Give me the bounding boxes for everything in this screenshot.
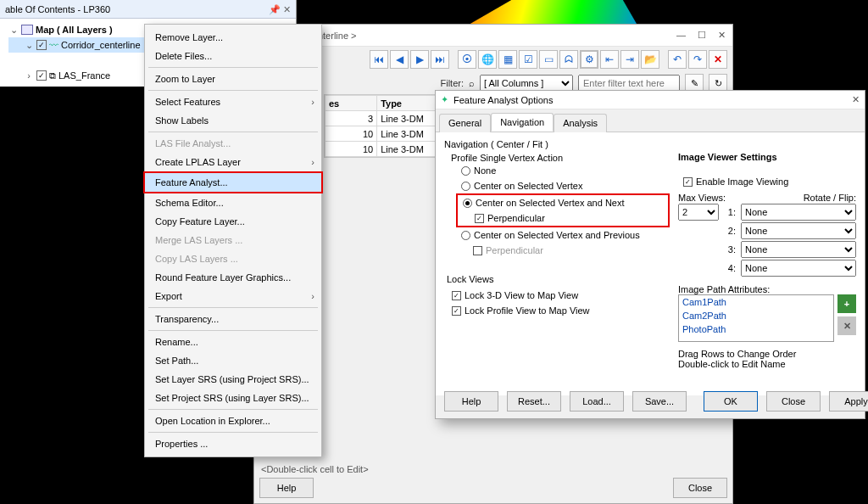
maxviews-select[interactable]: 2 xyxy=(678,204,719,221)
ctx-zoom-to-layer[interactable]: Zoom to Layer xyxy=(145,70,321,88)
save-button[interactable]: Save... xyxy=(632,391,687,412)
ivs-header: Image Viewer Settings xyxy=(678,152,856,162)
import-icon[interactable]: ⇤ xyxy=(600,50,619,69)
options-body: Navigation ( Center / Fit ) Profile Sing… xyxy=(436,132,865,395)
ctx-schema-editor[interactable]: Schema Editor... xyxy=(145,193,321,212)
close-button[interactable]: Close xyxy=(766,391,821,412)
redo-icon[interactable]: ↷ xyxy=(688,50,707,69)
apply-button[interactable]: Apply xyxy=(829,391,868,412)
delete-icon[interactable]: ✕ xyxy=(709,50,727,69)
ctx-open-location[interactable]: Open Location in Explorer... xyxy=(145,412,321,430)
ctx-delete-files[interactable]: Delete Files... xyxy=(145,47,321,65)
nav-next-icon[interactable]: ▶ xyxy=(410,50,429,69)
separator xyxy=(148,132,318,132)
nav-header: Navigation ( Center / Fit ) xyxy=(444,139,670,149)
ctx-set-project-srs[interactable]: Set Project SRS (using Layer SRS)... xyxy=(145,389,321,407)
flip-2-select[interactable]: None xyxy=(741,222,856,239)
ctx-create-lplas[interactable]: Create LPLAS Layer xyxy=(145,153,321,171)
chk-perpendicular-next[interactable]: Perpendicular xyxy=(458,210,668,226)
help-button[interactable]: Help xyxy=(259,478,314,498)
ctx-set-layer-srs[interactable]: Set Layer SRS (using Project SRS)... xyxy=(145,370,321,389)
layer-label: LAS_France xyxy=(58,70,110,81)
undo-icon[interactable]: ↶ xyxy=(668,50,687,69)
edit-hint: <Double-click cell to Edit> xyxy=(261,464,369,474)
radio-center-vertex-next[interactable]: Center on Selected Vertex and Next xyxy=(458,195,668,210)
help-button[interactable]: Help xyxy=(444,391,498,412)
ctx-remove-layer[interactable]: Remove Layer... xyxy=(145,28,321,47)
radio-center-vertex-prev[interactable]: Center on Selected Vertex and Previous xyxy=(444,227,670,243)
ctx-export[interactable]: Export xyxy=(145,287,321,305)
reset-button[interactable]: Reset... xyxy=(507,391,561,412)
ok-button[interactable]: OK xyxy=(704,391,758,412)
separator xyxy=(148,67,318,68)
expander-icon[interactable]: ⌄ xyxy=(24,40,34,51)
options-tabs: General Navigation Analysis xyxy=(436,109,865,132)
globe-icon[interactable]: 🌐 xyxy=(478,50,497,69)
pin-icon[interactable]: 📌 ✕ xyxy=(269,0,291,18)
load-button[interactable]: Load... xyxy=(570,391,624,412)
ctx-round-graphics[interactable]: Round Feature Layer Graphics... xyxy=(145,268,321,287)
flip-4-select[interactable]: None xyxy=(741,260,856,277)
remove-path-button[interactable]: ✕ xyxy=(837,316,856,335)
line-layer-icon: 〰 xyxy=(49,40,58,50)
grid-icon[interactable]: ▦ xyxy=(498,50,517,69)
nav-prev-icon[interactable]: ◀ xyxy=(390,50,409,69)
options-footer: Help Reset... Load... Save... OK Close A… xyxy=(444,391,856,412)
minimize-icon[interactable]: ― xyxy=(676,30,686,41)
open-icon[interactable]: 📂 xyxy=(641,50,659,69)
filter-column-select[interactable]: [ All Columns ] xyxy=(480,75,573,92)
ctx-set-path[interactable]: Set Path... xyxy=(145,351,321,370)
chk-enable-image-viewing[interactable]: Enable Image Viewing xyxy=(678,174,856,189)
add-path-button[interactable]: + xyxy=(837,294,856,313)
vertices-titlebar: < Corridor_centerline > ― ☐ ✕ xyxy=(254,25,732,47)
feature-analyst-options-dialog: ✦ Feature Analyst Options ✕ General Navi… xyxy=(435,90,865,419)
radio-center-vertex[interactable]: Center on Selected Vertex xyxy=(444,178,670,193)
list-item[interactable]: PhotoPath xyxy=(679,322,833,336)
checkbox-icon[interactable] xyxy=(36,40,47,50)
root-label: Map ( All Layers ) xyxy=(36,25,113,35)
ctx-rename[interactable]: Rename... xyxy=(145,333,321,351)
ctx-copy-feature-layer[interactable]: Copy Feature Layer... xyxy=(145,212,321,231)
expander-icon[interactable]: › xyxy=(24,70,34,81)
separator xyxy=(148,90,318,91)
layer-context-menu: Remove Layer... Delete Files... Zoom to … xyxy=(144,24,322,457)
ctx-properties[interactable]: Properties ... xyxy=(145,434,321,453)
export-icon[interactable]: ⇥ xyxy=(620,50,639,69)
nav-last-icon[interactable]: ⏭ xyxy=(431,50,449,69)
chk-lock-3d[interactable]: Lock 3-D View to Map View xyxy=(447,288,620,303)
options-button[interactable]: ⚙ xyxy=(580,50,598,69)
ctx-select-features[interactable]: Select Features xyxy=(145,92,321,111)
target-icon[interactable]: ⦿ xyxy=(458,50,476,69)
close-button[interactable]: Close xyxy=(673,478,727,498)
ctx-show-labels[interactable]: Show Labels xyxy=(145,111,321,130)
chk-lock-profile[interactable]: Lock Profile View to Map View xyxy=(447,303,620,318)
person-icon[interactable]: ᗣ xyxy=(559,50,578,69)
checkbox-icon[interactable] xyxy=(36,70,47,81)
expander-icon[interactable]: ⌄ xyxy=(8,25,19,36)
path-attributes-list[interactable]: Cam1Path Cam2Path PhotoPath xyxy=(678,294,834,342)
tab-analysis[interactable]: Analysis xyxy=(554,114,607,132)
maximize-icon[interactable]: ☐ xyxy=(698,30,706,41)
filter-text-input[interactable] xyxy=(578,75,680,92)
flip-1-select[interactable]: None xyxy=(741,204,856,221)
list-item[interactable]: Cam2Path xyxy=(679,309,833,322)
ctx-feature-analyst[interactable]: Feature Analyst... xyxy=(145,173,321,192)
radio-none[interactable]: None xyxy=(444,163,670,178)
ctx-las-file-analyst: LAS File Analyst... xyxy=(145,134,321,153)
nav-first-icon[interactable]: ⏮ xyxy=(370,50,388,69)
tab-navigation[interactable]: Navigation xyxy=(491,113,554,132)
filter-funnel-icon[interactable]: ⌕ xyxy=(469,78,475,88)
window-icon[interactable]: ▭ xyxy=(539,50,558,69)
ctx-transparency[interactable]: Transparency... xyxy=(145,310,321,328)
col-header[interactable]: es xyxy=(326,96,377,111)
close-icon[interactable]: ✕ xyxy=(718,30,726,41)
separator xyxy=(148,432,318,433)
tab-general[interactable]: General xyxy=(439,114,491,132)
close-icon[interactable]: ✕ xyxy=(852,94,860,105)
image-viewer-group: Image Viewer Settings Enable Image Viewi… xyxy=(678,139,856,389)
list-item[interactable]: Cam1Path xyxy=(679,295,833,309)
check-icon[interactable]: ☑ xyxy=(519,50,537,69)
separator xyxy=(148,307,318,308)
flip-3-select[interactable]: None xyxy=(741,241,856,258)
ipa-label: Image Path Attributes: xyxy=(678,284,856,294)
